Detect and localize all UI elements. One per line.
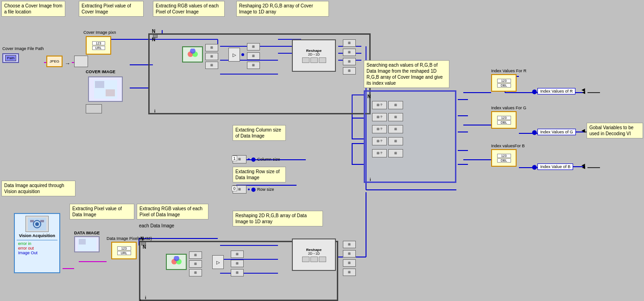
reshape-data-label: Reshaping 2D R,G,B array of Data Image t… <box>233 211 323 226</box>
convert-block <box>74 56 88 67</box>
globe-g-icon: ⬤ <box>532 130 537 135</box>
srch-x-2: ⊞ <box>388 137 403 145</box>
i-terminal-bottom: i <box>140 299 141 301</box>
arrow-g-left: ◀ <box>581 128 585 133</box>
svg-point-72 <box>35 222 39 226</box>
srch-b-2: ⊞ <box>388 125 403 133</box>
searching-label: Searching each values of R,G,B of Data I… <box>364 60 449 88</box>
index-r-indicator-label: Index Values of R <box>537 88 575 94</box>
cover-image-text: COVER IMAGE <box>86 69 115 74</box>
each-data-image-label: each Data Image <box>139 223 174 228</box>
arrow-b-left: ◀ <box>581 163 585 168</box>
cov-out-g: ⊞ <box>343 49 356 56</box>
globe-b-icon: ⬤ <box>532 164 537 169</box>
arrow-r-left: ◀ <box>581 87 585 92</box>
color-analyze-data <box>166 254 187 270</box>
index-g-indicator-label: Index Values of G <box>537 129 576 135</box>
transpose-block-cover: ▷ <box>228 48 240 62</box>
reshape-data-block: Reshape 2D→1D <box>292 238 336 271</box>
vision-acq-block[interactable]: Vision Acquisition error in error out Im… <box>14 213 60 273</box>
srch-x-1: ⊞·? <box>372 137 387 145</box>
jpeg-block: JPEG <box>46 56 63 67</box>
array-r-out: ⊞ <box>205 44 218 51</box>
search-struct: N ⊞·? ⊞ ⊞·? ⊞ ⊞·? ⊞ ⊞·? ⊞ ⊞·? ⊞ <box>364 90 456 183</box>
data-acquired-label: Data Image acquired through Vision acqui… <box>1 181 76 196</box>
extract-pixel-data-label: Extracting Pixel value of Data Image <box>69 204 134 219</box>
svg-rect-66 <box>106 89 115 96</box>
data-out-b: ⊞ <box>343 259 356 267</box>
reshape-cover-label: Reshaping 2D R,G,B array of Cover Image … <box>236 1 329 17</box>
srch-y-1: ⊞·? <box>372 149 387 157</box>
transpose-data: ▷ <box>212 255 224 269</box>
srch-y-2: ⊞ <box>388 149 403 157</box>
choose-cover-label: Choose a Cover Image from a file locatio… <box>1 1 65 17</box>
n-inner-cover: N <box>152 37 155 42</box>
cover-extra-ctrl <box>86 104 102 113</box>
vision-acq-title: Vision Acquisition <box>17 233 57 238</box>
index-r-for-label: Index Values For R <box>491 69 526 73</box>
i-terminal-cover: i <box>154 109 156 113</box>
error-out-label: error out <box>18 246 34 251</box>
col-size-block: ⊞ ⬤ Column size <box>233 155 280 163</box>
color-analyze-block <box>182 46 203 63</box>
vision-icon <box>25 216 49 232</box>
index-g-indicator-block: 123 DBL <box>491 111 517 129</box>
data-out-x: ⊞ <box>343 269 356 276</box>
cover-file-path-control[interactable]: Path <box>2 53 19 63</box>
srch-r-1: ⊞·? <box>372 101 387 109</box>
arrow-block: → <box>65 60 70 67</box>
global-vars-label: Gobal Variables to be used in Decoding V… <box>587 123 643 138</box>
cover-pixel-label: Cover Image pixn <box>83 30 116 35</box>
data-reshape-r: ⊞ <box>231 251 244 258</box>
array-b-out: ⊞ <box>205 62 218 69</box>
data-arr-r: ⊞ <box>189 251 202 259</box>
error-in-label: error in <box>18 241 32 246</box>
index-arr-r: ⊞ <box>247 43 260 50</box>
reshape-b-in <box>319 57 326 63</box>
data-out-r: ⊞ <box>343 241 356 248</box>
num-const-1: 1 <box>232 156 237 161</box>
cover-image-display <box>88 76 123 102</box>
row-size-label-box: Extacting Row size of Data Image <box>233 167 286 182</box>
wire-dot-cover <box>241 53 244 56</box>
image-out-label: Image Out <box>18 251 38 255</box>
index-b-indicator-label: Index Value of B <box>537 163 573 170</box>
srch-b-1: ⊞·? <box>372 125 387 133</box>
index-r-indicator-block: 123 DBL <box>491 74 517 92</box>
n-search: N <box>367 94 371 99</box>
index-b-for-label: Index valuesFor B <box>491 144 525 148</box>
cov-out-b: ⊞ <box>343 58 356 65</box>
n-inner-data: N <box>143 245 146 250</box>
extract-pixel-cover-label: Extracting Pixel value of Cover Image <box>79 1 144 17</box>
data-image-display <box>74 236 100 252</box>
cover-for-loop: N ⊞ ⊞ ⊞ ▷ ⊞ ⊞ ⊞ i <box>148 33 371 114</box>
svg-rect-73 <box>30 220 34 222</box>
data-image-text: DATA IMAGE <box>74 231 100 235</box>
row-size-block: ⊞ ⬤ Row size <box>233 185 274 194</box>
cov-out-x: ⊞ <box>343 67 356 75</box>
i-terminal-data: i <box>145 295 146 300</box>
data-reshape-b: ⊞ <box>231 269 244 276</box>
reshape-cover-block: Reshape 2D→1D <box>292 39 336 72</box>
data-arr-b: ⊞ <box>189 269 202 276</box>
array-g-out: ⊞ <box>205 53 218 60</box>
srch-g-2: ⊞ <box>388 113 403 121</box>
srch-g-1: ⊞·? <box>372 113 387 121</box>
data-reshape-g: ⊞ <box>231 260 244 267</box>
reshape-r-in <box>302 57 309 63</box>
data-arr-g: ⊞ <box>189 260 202 268</box>
reshape-g-in <box>310 57 318 63</box>
svg-rect-65 <box>95 81 104 88</box>
data-out-g: ⊞ <box>343 250 356 257</box>
num-const-0: 0 <box>232 186 237 191</box>
index-b-indicator-block: 123 DBL <box>491 149 517 167</box>
data-pixel-label: Data Image Pixels (U32) <box>107 236 152 241</box>
globe-r-icon: ⬤ <box>532 89 537 94</box>
srch-r-2: ⊞ <box>388 101 403 109</box>
svg-rect-76 <box>79 239 86 245</box>
cover-pixel-indicator: 123 URL <box>86 36 111 55</box>
extract-rgb-data-label: Extracting RGB values of each Pixel of D… <box>137 204 208 219</box>
data-pixel-indicator: 123 URL <box>111 242 137 259</box>
extract-rgb-cover-label: Extracting RGB values of each Pixel of C… <box>153 1 225 17</box>
index-arr-b: ⊞ <box>247 62 260 69</box>
